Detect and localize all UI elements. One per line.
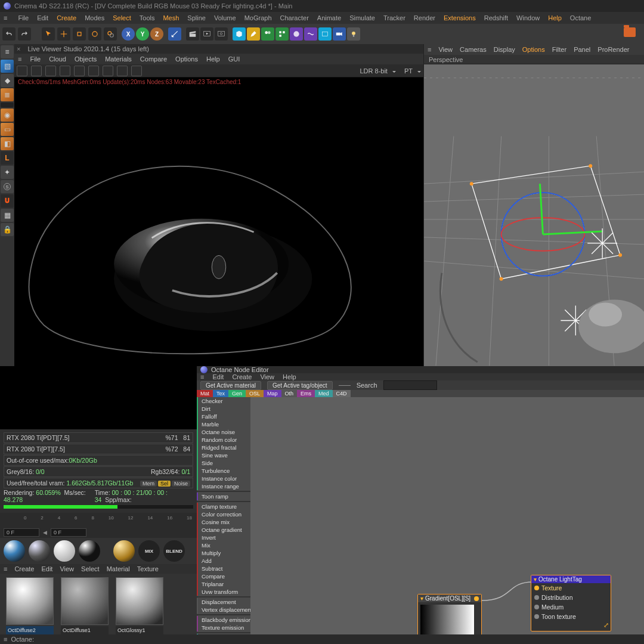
mat-type-checker[interactable] (54, 540, 75, 562)
axis-y-toggle[interactable]: Y (136, 27, 149, 41)
menu-tracker[interactable]: Tracker (383, 14, 405, 21)
magnet-button[interactable] (1, 194, 14, 208)
tool-last[interactable] (104, 27, 117, 41)
axis-x-toggle[interactable]: X (122, 27, 135, 41)
persp-menu-prorender[interactable]: ProRender (597, 46, 629, 53)
ne-tab-mat[interactable]: Mat (197, 390, 213, 397)
light-tag-node[interactable]: ▾Octane LightTag TextureDistributionMedi… (531, 575, 611, 631)
lv-stop[interactable] (45, 66, 56, 76)
mat-type-blend[interactable]: BLEND (163, 540, 185, 562)
node-item[interactable]: Sine wave (197, 451, 250, 459)
mode-edge[interactable]: ▭ (1, 123, 14, 136)
material-slot[interactable]: OctGlossy1 (113, 577, 166, 640)
node-item[interactable]: Side (197, 459, 250, 467)
lv-menu-options[interactable]: Options (175, 55, 198, 63)
lv-save[interactable] (131, 66, 142, 76)
tool-scale[interactable] (73, 27, 86, 41)
tool-rotate[interactable] (88, 27, 101, 41)
ne-tab-osl[interactable]: OSL (246, 390, 264, 397)
mat-menu-create[interactable]: Create (14, 565, 34, 572)
lv-gear[interactable] (117, 66, 128, 76)
menu-modes[interactable]: Modes (85, 14, 104, 21)
primitive-cube[interactable] (233, 27, 246, 41)
mat-menu-texture[interactable]: Texture (137, 565, 159, 572)
persp-menu-panel[interactable]: Panel (574, 46, 590, 53)
ne-menu-view[interactable]: View (260, 373, 274, 380)
tool-move[interactable] (57, 27, 70, 41)
lv-pick[interactable] (74, 66, 85, 76)
node-item[interactable]: Cosine mix (197, 518, 250, 526)
ne-tab-oth[interactable]: Oth (281, 390, 298, 397)
node-input-row[interactable]: Texture (531, 583, 611, 593)
mat-type-glass[interactable] (29, 540, 50, 562)
camera-button[interactable] (333, 27, 346, 41)
lv-play[interactable] (31, 66, 42, 76)
snap-button[interactable]: ✦ (1, 166, 14, 179)
axis-z-toggle[interactable]: Z (150, 27, 163, 41)
get-active-tag[interactable]: Get Active tag/object (267, 381, 333, 390)
mode-polygon[interactable]: ◧ (1, 137, 14, 150)
ne-tab-tex[interactable]: Tex (213, 390, 228, 397)
tool-pen[interactable] (247, 27, 260, 41)
fields-button[interactable] (290, 27, 303, 41)
menu-render[interactable]: Render (414, 14, 435, 21)
menu-window[interactable]: Window (516, 14, 540, 21)
ne-tab-c4d[interactable]: C4D (333, 390, 351, 397)
node-search-input[interactable] (383, 380, 437, 390)
perspective-tab[interactable]: Perspective (424, 55, 644, 64)
live-viewer-tab[interactable]: × Live Viewer Studio 2020.1.4 (15 days l… (14, 44, 423, 54)
ne-tab-map[interactable]: Map (264, 390, 281, 397)
menu-help[interactable]: Help (548, 14, 562, 21)
node-item[interactable]: Texture emission (197, 624, 250, 631)
mat-type-mix[interactable]: MIX (138, 540, 160, 562)
node-item[interactable]: Triplanar (197, 580, 250, 588)
node-item[interactable]: Invert (197, 534, 250, 541)
render-play[interactable] (200, 27, 213, 41)
tool-select[interactable] (42, 27, 55, 41)
lv-menu-compare[interactable]: Compare (140, 55, 167, 63)
ne-tab-gen[interactable]: Gen (228, 390, 246, 397)
menu-octane[interactable]: Octane (570, 14, 591, 21)
node-item[interactable]: Mix (197, 541, 250, 549)
ne-menu-create[interactable]: Create (232, 373, 252, 380)
close-tab-icon[interactable]: × (17, 45, 20, 52)
persp-menu-options[interactable]: Options (522, 46, 545, 53)
get-active-material[interactable]: Get Active material (200, 381, 261, 390)
node-canvas[interactable]: ▾Gradient[OSL][S] ⤢ ▾Octane LightTag Tex… (250, 397, 644, 644)
lv-refresh[interactable] (60, 66, 70, 76)
node-item[interactable]: Octane gradient (197, 526, 250, 534)
lv-lock[interactable] (17, 66, 27, 76)
axis-toggle[interactable]: L (1, 151, 14, 165)
menu-spline[interactable]: Spline (187, 14, 206, 21)
mode-hamburger[interactable]: ≡ (1, 45, 14, 58)
coord-toggle[interactable] (168, 27, 181, 41)
lock-button[interactable]: 🔒 (1, 223, 14, 236)
lv-menu-cloud[interactable]: Cloud (49, 55, 66, 63)
persp-menu-cameras[interactable]: Cameras (460, 46, 487, 53)
mat-type-gold[interactable] (113, 540, 135, 562)
node-item[interactable]: Marble (197, 420, 250, 428)
lv-aov[interactable] (103, 66, 113, 76)
node-input-row[interactable]: Medium (531, 602, 611, 612)
ne-tab-ems[interactable]: Ems (297, 390, 315, 397)
mode-object[interactable]: ◆ (1, 74, 14, 87)
light-button[interactable] (347, 27, 360, 41)
node-item[interactable]: Vertex displacement (197, 606, 250, 614)
lv-menu-gui[interactable]: GUI (228, 55, 240, 63)
kernel-dropdown[interactable]: PT (404, 67, 421, 75)
ne-menu-edit[interactable]: Edit (212, 373, 224, 380)
node-item[interactable]: Turbulence (197, 467, 250, 475)
render-settings[interactable] (215, 27, 228, 41)
menu-volume[interactable]: Volume (214, 14, 236, 21)
mat-menu-material[interactable]: Material (107, 565, 130, 572)
mat-menu-view[interactable]: View (60, 565, 74, 572)
ldr-dropdown[interactable]: LDR 8-bit (360, 67, 395, 75)
node-item[interactable]: Clamp texture (197, 503, 250, 510)
frame-end[interactable]: 0 F (51, 528, 86, 537)
mode-point[interactable]: ◉ (1, 109, 14, 122)
node-item[interactable]: Instance range (197, 482, 250, 490)
node-item[interactable]: Compare (197, 572, 250, 580)
node-item[interactable]: Falloff (197, 413, 250, 420)
node-item[interactable]: Octane noise (197, 428, 250, 436)
mat-type-half[interactable] (79, 540, 100, 562)
